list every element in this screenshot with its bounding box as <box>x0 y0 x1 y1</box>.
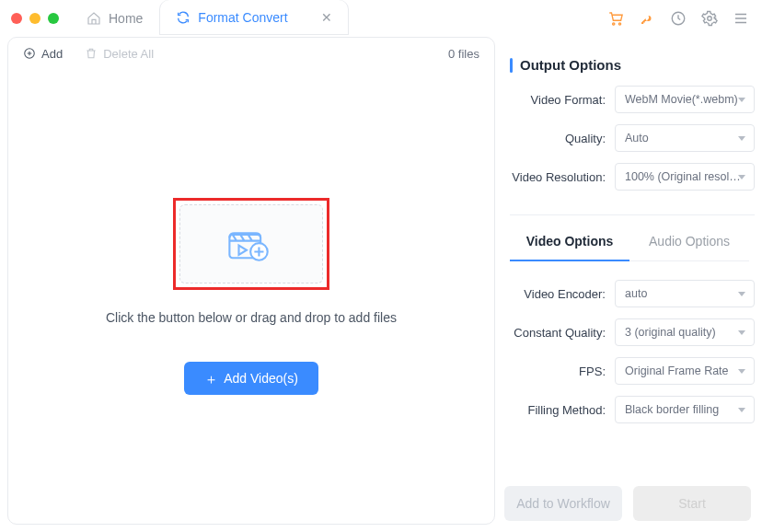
dropzone[interactable]: Click the button below or drag and drop … <box>8 69 494 524</box>
subtab-video-label: Video Options <box>526 234 614 249</box>
key-icon[interactable] <box>639 10 655 27</box>
file-area-panel: Add Delete All 0 files <box>7 37 495 525</box>
cq-label: Constant Quality: <box>504 326 615 340</box>
video-format-select[interactable]: WebM Movie(*.webm) <box>615 86 755 113</box>
fullscreen-window-icon[interactable] <box>48 13 59 24</box>
menu-icon[interactable] <box>733 10 749 27</box>
add-videos-button[interactable]: ＋ Add Video(s) <box>184 362 318 395</box>
cq-select[interactable]: 3 (original quality) <box>615 318 755 346</box>
video-format-label: Video Format: <box>504 93 615 107</box>
tab-format-convert[interactable]: Format Convert ✕ <box>159 0 348 37</box>
window-traffic-lights <box>0 13 70 24</box>
quality-label: Quality: <box>504 132 615 145</box>
title-accent-bar <box>510 58 513 73</box>
close-window-icon[interactable] <box>11 13 22 24</box>
plus-icon: ＋ <box>204 372 218 386</box>
fill-select[interactable]: Black border filling <box>615 396 755 423</box>
fps-select[interactable]: Original Frame Rate <box>615 357 755 385</box>
refresh-icon <box>176 10 190 25</box>
tab-home[interactable]: Home <box>70 0 159 37</box>
subtab-video-options[interactable]: Video Options <box>510 225 629 261</box>
close-tab-icon[interactable]: ✕ <box>321 11 332 24</box>
svg-point-3 <box>708 17 712 21</box>
plus-circle-icon <box>23 47 36 60</box>
svg-point-1 <box>618 23 620 25</box>
options-panel: Output Options Video Format: WebM Movie(… <box>504 37 755 525</box>
fps-label: FPS: <box>504 364 615 378</box>
add-button[interactable]: Add <box>23 47 63 61</box>
clapper-play-add-icon <box>226 225 276 263</box>
file-toolbar: Add Delete All 0 files <box>8 38 494 69</box>
tab-active-label: Format Convert <box>198 10 287 25</box>
encoder-label: Video Encoder: <box>504 287 615 301</box>
quality-select[interactable]: Auto <box>615 124 755 152</box>
svg-point-0 <box>613 23 615 25</box>
output-options-title: Output Options <box>510 57 755 73</box>
dropzone-highlight-frame <box>173 198 329 290</box>
home-icon <box>87 11 101 26</box>
output-options-label: Output Options <box>520 57 621 73</box>
start-button[interactable]: Start <box>633 486 751 521</box>
resolution-select[interactable]: 100% (Original resol… <box>615 163 755 191</box>
history-icon[interactable] <box>670 10 687 27</box>
bottom-actions: Add to Workflow Start <box>504 486 755 525</box>
subtab-audio-label: Audio Options <box>649 234 730 249</box>
subtab-audio-options[interactable]: Audio Options <box>629 225 749 260</box>
delete-all-label: Delete All <box>103 47 154 61</box>
trash-icon <box>85 47 98 60</box>
tab-home-label: Home <box>109 11 143 26</box>
delete-all-button[interactable]: Delete All <box>85 47 154 61</box>
topbar-utility-icons <box>607 10 755 27</box>
divider <box>510 214 755 215</box>
resolution-label: Video Resolution: <box>504 170 615 184</box>
dropzone-hint-text: Click the button below or drag and drop … <box>106 310 397 325</box>
minimize-window-icon[interactable] <box>29 13 40 24</box>
add-button-label: Add <box>41 47 63 61</box>
fill-label: Filling Method: <box>504 403 615 417</box>
cart-icon[interactable] <box>607 10 624 27</box>
add-to-workflow-button[interactable]: Add to Workflow <box>504 486 622 521</box>
add-videos-label: Add Video(s) <box>224 371 298 386</box>
file-count: 0 files <box>448 47 479 61</box>
options-subtabs: Video Options Audio Options <box>510 225 749 261</box>
title-bar: Home Format Convert ✕ <box>0 0 762 37</box>
settings-gear-icon[interactable] <box>701 10 718 27</box>
dropzone-inner <box>179 204 323 283</box>
svg-marker-6 <box>239 246 247 255</box>
encoder-select[interactable]: auto <box>615 280 755 307</box>
